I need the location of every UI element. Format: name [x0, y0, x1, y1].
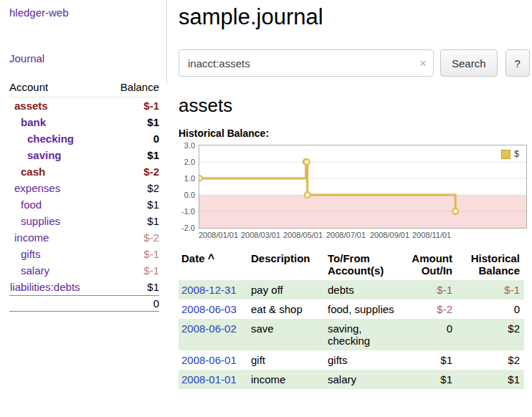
- account-link[interactable]: food: [9, 198, 42, 211]
- account-link[interactable]: assets: [9, 100, 48, 112]
- x-tick-label: 2008/07/01: [326, 231, 366, 239]
- accounts-table: Account Balance assets$-1bank$1checking0…: [9, 79, 159, 312]
- account-row: saving$1: [9, 147, 159, 163]
- chart-legend: $: [500, 148, 521, 160]
- account-link[interactable]: expenses: [9, 182, 60, 194]
- sort-ascending-icon: ^: [208, 252, 214, 264]
- search-form: × Search ?: [179, 49, 530, 77]
- accounts-header-balance: Balance: [106, 79, 159, 97]
- account-link[interactable]: cash: [9, 166, 45, 178]
- account-balance: $1: [106, 114, 159, 130]
- x-tick-label: 2008/01/01: [199, 231, 238, 239]
- account-row: bank$1: [9, 114, 159, 130]
- journal-link[interactable]: Journal: [9, 52, 159, 64]
- x-tick-label: 2008/03/01: [241, 231, 280, 239]
- y-tick-label: 3.0: [184, 141, 195, 150]
- sidebar: hledger-web Journal Account Balance asse…: [0, 0, 167, 389]
- account-balance: $-1: [106, 262, 159, 279]
- account-balance: 0: [106, 130, 159, 147]
- account-heading: assets: [179, 95, 530, 117]
- account-row: cash$-2: [9, 163, 159, 180]
- transaction-date-link[interactable]: 2008-06-01: [181, 354, 237, 366]
- account-link[interactable]: gifts: [9, 248, 41, 260]
- account-balance: $-2: [106, 163, 159, 180]
- register-header-balance: Historical Balance: [457, 250, 524, 280]
- transaction-description: pay off: [248, 280, 325, 299]
- transaction-date-link[interactable]: 2008-12-31: [181, 284, 237, 296]
- x-tick-label: 2008/09/01: [370, 231, 409, 239]
- transaction-amount: $-1: [399, 280, 457, 299]
- transaction-balance: $2: [457, 319, 524, 350]
- transaction-amount: $1: [399, 370, 457, 389]
- account-balance: $-1: [106, 246, 159, 262]
- transaction-balance: 0: [457, 299, 524, 319]
- account-link[interactable]: salary: [9, 264, 49, 277]
- y-tick-label: -1.0: [181, 207, 195, 216]
- y-tick-label: 2.0: [184, 158, 195, 166]
- account-balance: $1: [106, 213, 159, 229]
- account-row: gifts$-1: [9, 246, 159, 262]
- account-row: checking0: [9, 130, 159, 147]
- search-button[interactable]: Search: [440, 49, 498, 77]
- account-row: expenses$2: [9, 180, 159, 196]
- accounts-total-row: 0: [9, 296, 159, 312]
- sidebar-divider: [166, 0, 167, 85]
- transaction-balance: $-1: [457, 280, 524, 299]
- transaction-description: eat & shop: [248, 299, 325, 319]
- account-balance: $1: [106, 147, 159, 163]
- page-title: sample.journal: [179, 4, 530, 30]
- register-header-row: Date ^ Description To/From Account(s) Am…: [179, 250, 524, 280]
- register-table: Date ^ Description To/From Account(s) Am…: [179, 250, 524, 389]
- transaction-date-link[interactable]: 2008-01-01: [181, 373, 237, 385]
- account-link[interactable]: liabilities:debts: [9, 281, 80, 293]
- transaction-date-link[interactable]: 2008-06-03: [181, 303, 237, 315]
- account-link[interactable]: saving: [9, 149, 62, 161]
- balance-chart: 3.02.01.00.0-1.0-2.0 $ 2008/01/012008/03…: [179, 145, 530, 241]
- transaction-balance: $1: [457, 370, 524, 389]
- accounts-header-account: Account: [9, 79, 106, 97]
- transaction-accounts: food, supplies: [325, 299, 399, 319]
- app-title-link[interactable]: hledger-web: [9, 6, 159, 19]
- account-row: income$-2: [9, 229, 159, 246]
- accounts-header-row: Account Balance: [9, 79, 159, 97]
- y-tick-label: -2.0: [181, 224, 195, 232]
- transaction-amount: $-2: [399, 299, 457, 319]
- account-balance: $2: [106, 180, 159, 196]
- account-link[interactable]: bank: [9, 116, 46, 128]
- main-content: sample.journal × Search ? assets Histori…: [167, 0, 532, 389]
- accounts-total-balance: 0: [106, 296, 159, 312]
- legend-label: $: [514, 149, 519, 159]
- hledger-web-app: hledger-web Journal Account Balance asse…: [0, 0, 532, 389]
- chart-plot-area: $: [199, 145, 527, 229]
- y-tick-label: 1.0: [184, 174, 195, 183]
- y-tick-label: 0.0: [184, 191, 195, 199]
- register-header-date[interactable]: Date ^: [179, 250, 248, 280]
- transaction-accounts: saving, checking: [325, 319, 399, 350]
- transaction-description: gift: [248, 350, 325, 370]
- transaction-row: 2008-12-31pay offdebts$-1$-1: [179, 280, 524, 299]
- transaction-row: 2008-06-01giftgifts$1$2: [179, 350, 524, 370]
- transaction-amount: $1: [399, 350, 457, 370]
- transaction-description: save: [248, 319, 325, 350]
- chart-title: Historical Balance:: [179, 128, 530, 139]
- account-link[interactable]: supplies: [9, 215, 60, 227]
- transaction-accounts: gifts: [325, 350, 399, 370]
- transaction-accounts: debts: [325, 280, 399, 299]
- account-link[interactable]: income: [9, 231, 49, 244]
- clear-search-icon[interactable]: ×: [419, 57, 427, 70]
- register-header-accounts: To/From Account(s): [325, 250, 399, 280]
- account-row: supplies$1: [9, 213, 159, 229]
- x-tick-label: 2008/05/01: [283, 231, 323, 239]
- account-row: assets$-1: [9, 97, 159, 115]
- transaction-date-link[interactable]: 2008-06-02: [181, 322, 237, 335]
- transaction-description: income: [248, 370, 325, 389]
- account-balance: $-2: [106, 229, 159, 246]
- account-balance: $1: [106, 279, 159, 296]
- legend-swatch-icon: [501, 150, 510, 159]
- account-row: salary$-1: [9, 262, 159, 279]
- search-input[interactable]: [179, 49, 434, 77]
- register-header-description: Description: [248, 250, 325, 280]
- account-row: liabilities:debts$1: [9, 279, 159, 296]
- account-link[interactable]: checking: [9, 133, 74, 145]
- help-button[interactable]: ?: [505, 49, 530, 77]
